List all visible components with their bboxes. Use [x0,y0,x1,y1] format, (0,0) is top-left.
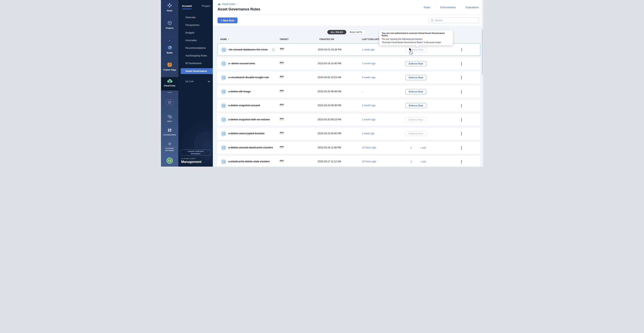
enforce-rule-button[interactable]: Enforce Rule [406,75,426,80]
enforce-rule-button[interactable]: Enforce Rule [406,131,426,136]
enforce-rule-button[interactable]: Enforce Rule [406,89,426,94]
collapse-rail-icon[interactable]: ▲ [161,39,178,41]
rule-name[interactable]: rds-unused-databases-list-clone [228,48,268,51]
last-evaluated-cell[interactable]: 1 week ago [362,48,374,51]
new-rule-button[interactable]: + New Rule [218,18,238,23]
rule-name[interactable]: a- delete-unused-amis [228,62,255,65]
rail-item-home[interactable]: Home [161,3,178,12]
rail-drag-handle[interactable] [168,92,172,93]
column-header-name[interactable]: NAME▼ [220,38,229,40]
search-icon [431,19,434,22]
table-row[interactable]: a-delete-unused-elasticache-clusters aws… [217,142,480,154]
add-enforcement-link[interactable]: + add [420,146,426,149]
ccm-nav-item-perspectives[interactable]: Perspectives [178,21,213,29]
kebab-menu-icon[interactable] [460,90,463,94]
enforce-rule-button[interactable]: Enforce Rule [406,117,426,122]
rule-icon [221,145,226,151]
rule-icon [221,61,226,67]
table-row[interactable]: a-delete-snapshot-with-no-volume aws 202… [217,114,480,126]
column-header-target[interactable]: TARGET [280,38,288,40]
kebab-menu-icon[interactable] [460,146,463,150]
action-cell: Enforce Rule [394,75,438,80]
copy-icon[interactable] [272,48,275,51]
last-evaluated-cell[interactable]: 1 month ago [362,62,376,65]
table-row[interactable]: a-delete-snapshot-unused aws 2023-03-20 … [217,100,480,112]
enforce-rule-button[interactable]: Enforce Rule [406,47,426,52]
kebab-menu-icon[interactable] [460,48,464,52]
action-cell: Enforce Rule [394,89,438,94]
kebab-menu-icon[interactable] [460,62,463,66]
search-input[interactable] [435,19,477,22]
scrollbar-thumb[interactable] [482,30,483,75]
kebab-menu-icon[interactable] [460,118,463,122]
last-evaluated-cell[interactable]: 10 hours ago [362,146,376,149]
kebab-menu-icon[interactable] [460,160,463,164]
rail-item-builds[interactable]: Builds [161,45,178,54]
enforcement-count: 1 [410,146,412,149]
rail-item-dashboards[interactable]: DASHBOARDS [161,129,178,136]
product-eyebrow: CLOUD COST [181,157,196,160]
rail-item-account-settings[interactable]: ACCOUNT SETTINGS [161,142,178,152]
aws-target-icon: aws [278,61,286,66]
rail-item-projects[interactable]: Projects [161,20,178,29]
chevron-down-icon [208,80,210,82]
ccm-nav-item-autostopping-rules[interactable]: AutoStopping Rules [178,52,213,60]
table-row[interactable]: a-cloudwatch-disable-insight-rule aws 20… [217,72,480,84]
ccm-nav-item-bi-dashboards[interactable]: BI Dashboards [178,60,213,67]
rule-name[interactable]: a-elasticache-delete-stale-clusters [228,160,270,163]
toggle-rule-sets[interactable]: RULE SETS [346,30,365,34]
ccm-nav-item-budgets[interactable]: Budgets [178,29,213,37]
rule-name[interactable]: a-cloudwatch-disable-insight-rule [228,76,269,79]
toggle-all-rules[interactable]: ALL RULES [328,30,346,34]
table-row[interactable]: a-delete-elb-image aws 2023-03-20 08:48 … [217,86,480,98]
table-row[interactable]: rds-unused-databases-list-clone aws 2023… [217,44,480,56]
tab-account[interactable]: Account [182,5,192,9]
user-avatar[interactable]: CJ [167,158,173,164]
breadcrumb-cloud-costs-link[interactable]: Cloud Costs [222,3,235,6]
last-evaluated-cell[interactable]: 10 hours ago [362,160,376,163]
kebab-menu-icon[interactable] [460,132,463,136]
rail-label: Home [161,10,178,12]
launch-ccm-first-gen-button[interactable]: Launch CCM First Generation [181,149,210,156]
table-row[interactable]: a-elasticache-delete-stale-clusters aws … [217,156,480,167]
evaluations-link[interactable]: Evaluations [466,6,479,9]
last-evaluated-cell[interactable]: 1 month ago [362,104,376,107]
module-picker-icon[interactable] [166,100,173,105]
enforce-rule-button[interactable]: Enforce Rule [406,103,426,108]
last-evaluated-cell[interactable]: 1 month ago [362,118,376,121]
kebab-menu-icon[interactable] [460,76,463,80]
add-enforcement-link[interactable]: + add [420,160,426,163]
svg-text:aws: aws [280,117,284,120]
table-row[interactable]: a-delete-unencrypted-buckets aws 2023-03… [217,128,480,140]
last-evaluated-cell[interactable]: 3 weeks ago [362,76,376,79]
enforce-rule-button[interactable]: Enforce Rule [406,61,426,66]
aws-target-icon: aws [278,103,286,107]
enforcements-link[interactable]: Enforcements [440,6,456,9]
ccm-nav-item-recommendations[interactable]: Recommendations [178,44,213,52]
setup-section-toggle[interactable]: SETUP [186,80,210,83]
action-cell: Enforce Rule [394,103,438,108]
ccm-nav-item-anomalies[interactable]: Anomalies [178,37,213,44]
created-on-cell: 2023-03-20 09:36 PM [318,104,341,107]
rule-name[interactable]: a-delete-snapshot-unused [228,104,260,107]
rule-name[interactable]: a-delete-unused-elasticache-clusters [228,146,273,149]
rule-name[interactable]: a-delete-unencrypted-buckets [228,132,264,135]
vertical-scrollbar[interactable] [482,0,483,167]
ccm-nav-item-asset-governance[interactable]: Asset Governance [181,68,213,74]
kebab-menu-icon[interactable] [460,104,463,108]
last-evaluated-cell[interactable]: - [362,90,363,93]
rail-item-feature-flags[interactable]: Feature Flags [161,62,178,71]
table-row[interactable]: a- delete-unused-amis aws 2023-03-16 10:… [217,58,480,70]
svg-text:aws: aws [280,47,284,50]
rail-item-help[interactable]: ? HELP [161,115,178,122]
ccm-nav-item-overview[interactable]: Overview [178,14,213,21]
rail-item-cloud-costs[interactable]: $ Cloud Costs [161,78,178,87]
tab-project[interactable]: Project [202,5,210,9]
search-box [429,18,479,23]
column-header-created-on[interactable]: CREATED ON [319,38,334,40]
rule-name[interactable]: a-delete-elb-image [228,90,251,93]
last-evaluated-cell[interactable]: 1 week ago [362,132,374,135]
breadcrumb: $ Cloud Costs › [218,3,237,6]
rules-link[interactable]: Rules [424,6,430,9]
rule-name[interactable]: a-delete-snapshot-with-no-volume [228,118,270,121]
